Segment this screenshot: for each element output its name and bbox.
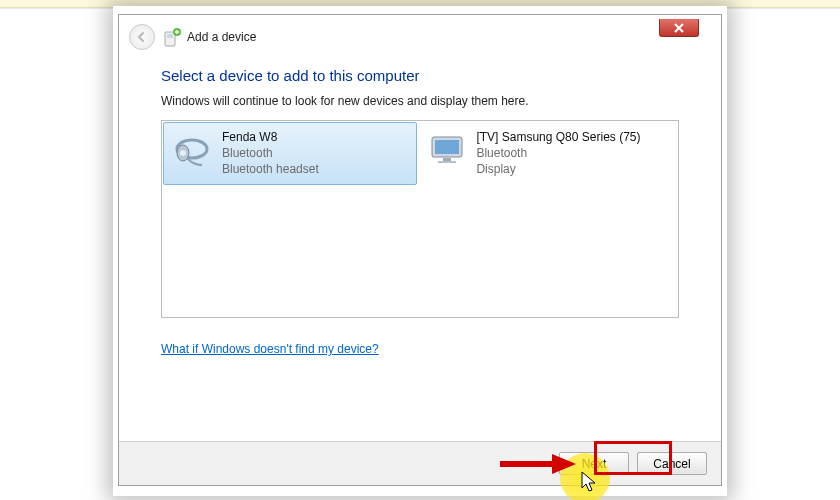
dialog-content: Select a device to add to this computer … bbox=[119, 59, 721, 441]
device-category: Bluetooth headset bbox=[222, 161, 319, 177]
dialog-title: Add a device bbox=[187, 30, 256, 44]
device-type: Bluetooth bbox=[222, 145, 319, 161]
dialog-footer: Next Cancel bbox=[119, 441, 721, 485]
svg-point-5 bbox=[180, 150, 186, 156]
svg-rect-1 bbox=[167, 34, 173, 38]
svg-rect-7 bbox=[435, 140, 459, 154]
device-category: Display bbox=[476, 161, 640, 177]
add-device-dialog: Add a device Select a device to add to t… bbox=[118, 14, 722, 486]
add-device-icon bbox=[163, 28, 179, 46]
close-button[interactable] bbox=[659, 19, 699, 37]
background-left bbox=[0, 8, 113, 500]
svg-rect-8 bbox=[443, 158, 451, 161]
close-icon bbox=[674, 23, 684, 33]
cancel-button[interactable]: Cancel bbox=[637, 452, 707, 475]
svg-rect-9 bbox=[438, 161, 456, 163]
device-type: Bluetooth bbox=[476, 145, 640, 161]
device-list-panel: Fenda W8 Bluetooth Bluetooth headset [TV… bbox=[161, 120, 679, 318]
bluetooth-headset-icon bbox=[172, 129, 214, 171]
back-icon[interactable] bbox=[129, 24, 155, 50]
background-right bbox=[727, 8, 840, 500]
next-button[interactable]: Next bbox=[559, 452, 629, 475]
device-item-samsung-tv[interactable]: [TV] Samsung Q80 Series (75) Bluetooth D… bbox=[417, 122, 671, 185]
page-subtext: Windows will continue to look for new de… bbox=[161, 94, 679, 108]
device-item-fenda[interactable]: Fenda W8 Bluetooth Bluetooth headset bbox=[163, 122, 417, 185]
help-link[interactable]: What if Windows doesn't find my device? bbox=[161, 342, 379, 356]
page-heading: Select a device to add to this computer bbox=[161, 67, 679, 84]
display-icon bbox=[426, 129, 468, 171]
device-name: [TV] Samsung Q80 Series (75) bbox=[476, 129, 640, 145]
dialog-header: Add a device bbox=[119, 15, 721, 59]
device-name: Fenda W8 bbox=[222, 129, 319, 145]
